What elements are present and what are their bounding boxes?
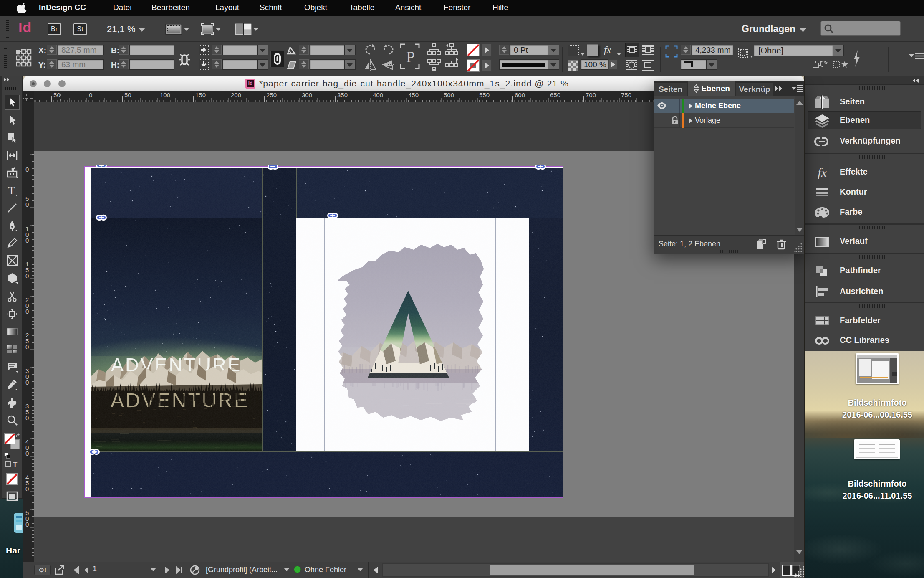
svg-text:P: P xyxy=(406,48,415,66)
svg-text:T: T xyxy=(8,185,15,196)
